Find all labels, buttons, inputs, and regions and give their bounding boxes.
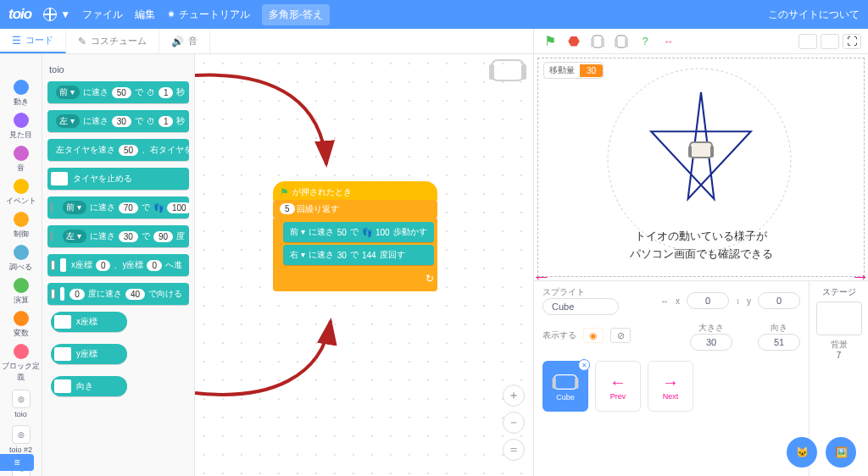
category-looks[interactable]: 見た目: [9, 113, 32, 141]
sprite-y-input[interactable]: 0: [758, 292, 800, 309]
toio-icon: [491, 59, 525, 81]
sprite-name-input[interactable]: Cube: [542, 298, 619, 315]
block-categories: 動き 見た目 音 イベント 制御 調べる 演算 変数 ブロック定義 ◎toio …: [0, 54, 42, 476]
stage[interactable]: ← 移動量30 トイオの動いている様子が パソコン画面でも確認できる →: [534, 54, 868, 281]
help-button[interactable]: ?: [636, 32, 654, 51]
block-move-forward-seconds[interactable]: 前 ▾ に速さ50 で⏱1 秒: [47, 81, 189, 103]
add-sprite-button[interactable]: 🐱: [787, 437, 817, 468]
stage-small-button[interactable]: [798, 34, 817, 49]
cat-face-icon: 🐱: [796, 446, 809, 458]
sprite-thumb-cube[interactable]: ✕ Cube: [542, 361, 588, 412]
block-turn-right[interactable]: 右 ▾ に速さ30 で144 度回す: [283, 245, 434, 265]
checkbox[interactable]: [51, 260, 55, 270]
block-goto-xy[interactable]: x座標0 、y座標0 へ進: [47, 254, 189, 276]
about-link[interactable]: このサイトについて: [768, 8, 860, 22]
zoom-in-button[interactable]: ＋: [503, 385, 525, 407]
brush-icon: ✎: [78, 36, 86, 47]
toio-icon: ◎: [12, 390, 31, 408]
category-variables[interactable]: 変数: [14, 311, 29, 339]
tab-costumes[interactable]: ✎コスチューム: [66, 29, 159, 53]
zoom-out-button[interactable]: －: [503, 412, 525, 434]
stage-large-button[interactable]: [821, 34, 839, 49]
backdrops-label: 背景: [815, 339, 863, 351]
show-label: 表示する: [542, 329, 576, 341]
script-stack[interactable]: ⚑ が押されたとき 5 回繰り返す 前 ▾ に速さ50 で👣100 歩動かす: [273, 181, 437, 291]
block-move-steps[interactable]: 前 ▾ に速さ70 で👣100: [47, 196, 189, 219]
palette-section-title: toio: [49, 64, 189, 75]
sprite-cube[interactable]: [689, 141, 713, 158]
stage-label: ステージ: [815, 286, 863, 298]
speaker-icon: 🔊: [171, 36, 184, 47]
cube-icon: [554, 374, 577, 390]
lightbulb-icon: ✷: [167, 8, 175, 20]
sprite-name-label: スプライト: [542, 286, 619, 298]
delete-sprite-button[interactable]: ✕: [578, 359, 590, 371]
globe-icon: [43, 8, 57, 21]
checkbox[interactable]: [51, 289, 55, 299]
editor-tabs: ☰コード ✎コスチューム 🔊音: [0, 29, 533, 54]
tab-sounds[interactable]: 🔊音: [159, 29, 210, 53]
language-menu[interactable]: ▼: [43, 8, 70, 21]
scripts-workspace[interactable]: ⚑ が押されたとき 5 回繰り返す 前 ▾ に速さ50 で👣100 歩動かす: [195, 54, 533, 476]
size-label: 大きさ: [690, 322, 732, 334]
category-operators[interactable]: 演算: [14, 278, 29, 306]
category-toio2[interactable]: ◎toio #2: [9, 423, 32, 454]
category-control[interactable]: 制御: [14, 212, 29, 240]
block-x-position[interactable]: x座標: [51, 312, 127, 332]
category-sensing[interactable]: 調べる: [9, 245, 32, 273]
category-toio[interactable]: ◎toio: [12, 388, 31, 418]
toio-cube-2-button[interactable]: [612, 32, 631, 51]
block-when-flag-clicked[interactable]: ⚑ が押されたとき: [273, 181, 437, 202]
toio-icon: ◎: [12, 425, 31, 444]
direction-label: 向き: [758, 322, 800, 334]
stage-thumbnail[interactable]: [816, 302, 862, 335]
edit-menu[interactable]: 編集: [135, 8, 155, 22]
tab-code[interactable]: ☰コード: [0, 29, 66, 53]
next-arrow[interactable]: →: [851, 266, 868, 288]
green-flag-icon: ⚑: [280, 186, 289, 198]
checkbox[interactable]: [51, 202, 53, 213]
backpack-toggle[interactable]: ≡: [0, 454, 34, 471]
sprite-direction-input[interactable]: 51: [758, 334, 800, 351]
category-events[interactable]: イベント: [6, 179, 36, 207]
category-motion[interactable]: 動き: [14, 80, 29, 108]
block-tire-speeds[interactable]: 左タイヤを速さ50 、右タイヤを速さ: [47, 139, 189, 161]
block-repeat[interactable]: 5 回繰り返す: [273, 200, 437, 219]
menu-bar: toio ▼ ファイル 編集 ✷チュートリアル 多角形-答え このサイトについて: [0, 0, 868, 29]
swap-button[interactable]: ↔: [659, 32, 678, 51]
category-sound[interactable]: 音: [14, 146, 29, 174]
block-turn-left-seconds[interactable]: 左 ▾ に速さ30 で⏱1 秒: [47, 110, 189, 132]
code-icon: ☰: [12, 35, 21, 47]
block-point-direction[interactable]: 0度に速さ 40で向ける: [47, 283, 189, 305]
zoom-controls: ＋ － ＝: [503, 385, 525, 461]
hide-sprite-button[interactable]: ⊘: [610, 328, 631, 343]
checkbox[interactable]: [51, 231, 53, 241]
stage-header: ⚑ ⬣ ? ↔ ⛶: [534, 29, 868, 54]
add-backdrop-button[interactable]: 🖼️: [826, 437, 856, 468]
block-y-position[interactable]: y座標: [51, 344, 127, 364]
stop-button[interactable]: ⬣: [565, 32, 583, 51]
block-palette[interactable]: toio 前 ▾ に速さ50 で⏱1 秒 左 ▾ に速さ30 で⏱1 秒: [42, 54, 195, 476]
show-sprite-button[interactable]: ◉: [583, 328, 604, 343]
stage-column: ⚑ ⬣ ? ↔ ⛶ ← 移動量30: [533, 29, 868, 476]
project-name-input[interactable]: 多角形-答え: [262, 4, 330, 25]
block-turn-degrees[interactable]: 左 ▾ に速さ30 で90 度: [47, 225, 189, 247]
sprite-panel: スプライト Cube ↔x 0 ↕y 0 表示する ◉ ⊘: [534, 281, 868, 476]
sprite-size-input[interactable]: 30: [690, 334, 732, 351]
stage-caption: トイオの動いている様子が パソコン画面でも確認できる: [538, 228, 864, 264]
tutorial-button[interactable]: ✷チュートリアル: [167, 8, 250, 22]
backdrop-count: 7: [815, 351, 863, 360]
block-move-forward[interactable]: 前 ▾ に速さ50 で👣100 歩動かす: [283, 222, 434, 242]
zoom-reset-button[interactable]: ＝: [503, 439, 525, 461]
stage-fullscreen-button[interactable]: ⛶: [843, 34, 861, 49]
green-flag-button[interactable]: ⚑: [541, 32, 559, 51]
image-icon: 🖼️: [835, 446, 848, 458]
prev-button[interactable]: ←Prev: [595, 361, 641, 412]
block-direction[interactable]: 向き: [51, 376, 127, 396]
next-button[interactable]: →Next: [648, 361, 693, 412]
sprite-x-input[interactable]: 0: [687, 292, 729, 309]
toio-cube-1-button[interactable]: [588, 32, 607, 51]
block-stop-tires[interactable]: タイヤを止める: [47, 168, 189, 190]
category-myblocks[interactable]: ブロック定義: [0, 344, 42, 383]
file-menu[interactable]: ファイル: [82, 8, 123, 22]
